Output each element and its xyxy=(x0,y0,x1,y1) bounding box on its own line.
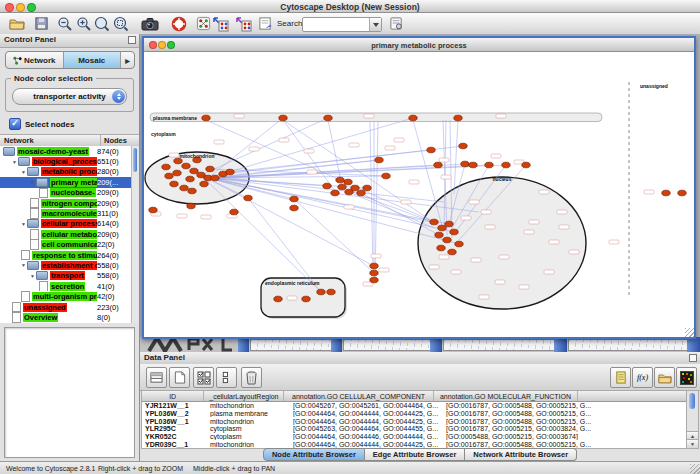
expand-arrow-icon[interactable]: ▼ xyxy=(21,221,26,227)
table-cell[interactable]: [GO:0005488, GO:0005215, GO:0003674] xyxy=(443,433,591,441)
network-node[interactable] xyxy=(170,181,178,187)
select-neighbors-blue-icon[interactable] xyxy=(212,15,229,32)
open-file-icon[interactable] xyxy=(8,15,25,32)
network-node[interactable] xyxy=(188,188,196,194)
tab-network[interactable]: Network xyxy=(6,52,64,68)
table-cell[interactable]: [GO:0045263, GO:0044464, GO:0044455, G..… xyxy=(290,425,443,433)
table-cell[interactable]: [GO:0044464, GO:0044446, GO:0044444, G..… xyxy=(290,433,443,441)
network-node[interactable] xyxy=(230,209,238,215)
select-nodes-checkbox[interactable]: ✓ xyxy=(9,118,21,130)
unselect-attributes-icon[interactable] xyxy=(216,367,237,388)
network-node[interactable] xyxy=(357,190,365,196)
network-node[interactable] xyxy=(430,219,438,225)
float-panel-icon[interactable] xyxy=(128,36,136,44)
network-graph[interactable]: plasma membranecytoplasmmitochondrionnuc… xyxy=(144,52,694,335)
network-edge[interactable] xyxy=(349,192,434,228)
tree-row-response-to-stimul[interactable]: response to stimul264(0) xyxy=(0,250,132,260)
scroll-down-icon[interactable]: ▼ xyxy=(687,439,698,448)
expand-arrow-icon[interactable]: ▼ xyxy=(12,159,17,165)
background-window-preview[interactable] xyxy=(343,339,431,351)
table-row-ylr295c[interactable]: YLR295Ccytoplasm[GO:0045263, GO:0044464,… xyxy=(142,425,688,433)
network-edge[interactable] xyxy=(201,175,374,266)
table-scrollbar[interactable]: ▲ ▼ xyxy=(686,390,699,449)
network-node[interactable] xyxy=(450,229,458,235)
network-node[interactable] xyxy=(206,166,214,172)
table-cell[interactable]: [GO:0016787, GO:0005488, GO:0005215, G..… xyxy=(443,410,591,418)
tree-row-nitrogen-compo[interactable]: nitrogen compo209(0) xyxy=(0,198,132,208)
network-node[interactable] xyxy=(662,190,670,196)
network-node[interactable] xyxy=(443,237,451,243)
network-node[interactable] xyxy=(370,277,378,283)
tree-row-secretion[interactable]: secretion41(0) xyxy=(0,281,132,291)
network-node[interactable] xyxy=(448,249,456,255)
network-edge[interactable] xyxy=(328,120,342,186)
network-node[interactable] xyxy=(279,115,287,121)
zoom-to-fit-icon[interactable] xyxy=(112,15,129,32)
table-cell[interactable]: YPL036W__1 xyxy=(142,417,207,425)
help-icon[interactable] xyxy=(170,15,187,32)
network-node[interactable] xyxy=(435,232,443,238)
delete-attribute-icon[interactable] xyxy=(241,367,262,388)
tree-row-nucleobase[interactable]: nucleobase-209(0) xyxy=(0,188,132,198)
float-panel-icon[interactable] xyxy=(689,354,697,362)
tab-network-attribute-browser[interactable]: Network Attribute Browser xyxy=(465,448,577,461)
network-node[interactable] xyxy=(274,296,282,302)
tree-row-macromolecule[interactable]: macromolecule311(0) xyxy=(0,208,132,218)
tab-mosaic[interactable]: Mosaic xyxy=(64,52,122,68)
tree-row-overview[interactable]: Overview8(0) xyxy=(0,312,132,322)
table-cell[interactable]: [GO:0044464, GO:0044444, GO:0044425, G..… xyxy=(290,440,443,448)
network-node[interactable] xyxy=(338,184,346,190)
network-node[interactable] xyxy=(327,289,335,295)
tree-row-establishment-of-lo[interactable]: ▼establishment of lo558(0) xyxy=(0,260,132,270)
network-node[interactable] xyxy=(180,185,188,191)
table-row-ypl036w-1[interactable]: YPL036W__1mitochondrion[GO:0044464, GO:0… xyxy=(142,417,688,425)
network-node[interactable] xyxy=(461,161,469,167)
network-node[interactable] xyxy=(317,289,325,295)
network-canvas[interactable]: plasma membranecytoplasmmitochondrionnuc… xyxy=(144,52,694,337)
table-row-ydr039c-1[interactable]: YDR039C__1mitochondrion[GO:0044464, GO:0… xyxy=(142,440,688,448)
network-node[interactable] xyxy=(290,196,298,202)
table-row-ykr052c[interactable]: YKR052Ccytoplasm[GO:0044464, GO:0044446,… xyxy=(142,433,688,441)
table-cell[interactable]: YLR295C xyxy=(142,425,207,433)
network-node[interactable] xyxy=(174,158,182,164)
tree-row-transport[interactable]: ▼transport558(0) xyxy=(0,271,132,281)
network-edge[interactable] xyxy=(208,178,459,244)
table-cell[interactable]: [GO:0044464, GO:0044444, GO:0044425, G..… xyxy=(290,417,443,425)
new-attribute-icon[interactable] xyxy=(169,367,190,388)
tree-row-cellular-metabo[interactable]: cellular metabo209(0) xyxy=(0,229,132,239)
network-node[interactable] xyxy=(190,168,198,174)
network-edge[interactable] xyxy=(413,120,442,226)
network-node[interactable] xyxy=(382,173,390,179)
table-cell[interactable]: [GO:0016787, GO:0005488, GO:0005215, G..… xyxy=(443,417,591,425)
table-cell[interactable]: [GO:0045267, GO:0045261, GO:0044464, G..… xyxy=(290,402,443,410)
table-scrollbar-thumb[interactable] xyxy=(689,393,695,409)
column-header-id[interactable]: ID xyxy=(142,391,204,401)
network-node[interactable] xyxy=(149,207,157,213)
column-header-cellularlayoutregion[interactable]: _cellularLayoutRegion xyxy=(204,391,284,401)
background-window-edge[interactable] xyxy=(687,337,700,352)
network-node[interactable] xyxy=(290,205,298,211)
background-window-edge[interactable] xyxy=(554,337,567,352)
table-row-ypl036w-2[interactable]: YPL036W__2plasma membrane[GO:0044464, GO… xyxy=(142,410,688,418)
tree-scrollbar-thumb[interactable] xyxy=(133,148,137,172)
birdseye-view[interactable] xyxy=(4,327,135,458)
network-node[interactable] xyxy=(445,221,453,227)
background-window-edge[interactable] xyxy=(331,337,342,352)
network-node[interactable] xyxy=(323,183,331,189)
tree-column-nodes[interactable]: Nodes xyxy=(101,135,139,146)
table-cell[interactable]: YPL036W__2 xyxy=(142,410,207,418)
search-dropdown-icon[interactable] xyxy=(369,18,381,31)
select-neighbors-red-icon[interactable] xyxy=(235,15,252,32)
table-row-yjr121w-1[interactable]: YJR121W__1mitochondrion[GO:0045267, GO:0… xyxy=(142,402,688,410)
network-node[interactable] xyxy=(437,245,445,251)
network-node[interactable] xyxy=(522,162,530,168)
region-nucleus[interactable] xyxy=(418,177,586,309)
network-node[interactable] xyxy=(211,175,219,181)
tree-row-primary-metabo[interactable]: ▼primary metabo209(... xyxy=(0,177,132,187)
tab-edge-attribute-browser[interactable]: Edge Attribute Browser xyxy=(365,448,465,461)
tree-row-biological-process[interactable]: ▼biological_process651(0) xyxy=(0,156,132,166)
table-cell[interactable]: [GO:0016787, GO:0005215, GO:0003824, G..… xyxy=(443,425,591,433)
network-node[interactable] xyxy=(344,179,352,185)
table-cell[interactable]: plasma membrane xyxy=(207,410,290,418)
function-builder-icon[interactable]: f(x) xyxy=(632,367,653,388)
